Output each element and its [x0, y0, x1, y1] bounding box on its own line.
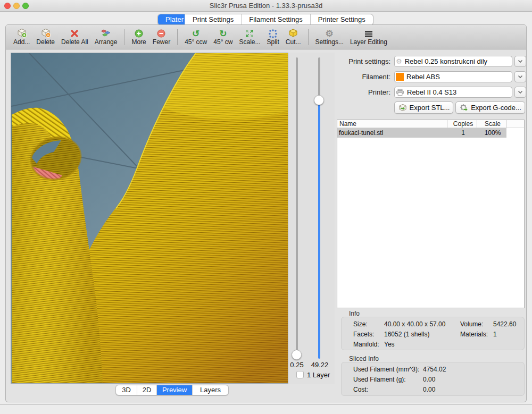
cost-label: Cost: — [353, 386, 368, 393]
settings-button[interactable]: ⚙ Settings... — [312, 26, 347, 49]
filament-dropdown-button[interactable] — [514, 71, 526, 82]
main-tabbar: Plater Print Settings Filament Settings … — [157, 14, 373, 26]
used-filament-mm3-value: 4754.02 — [423, 366, 446, 373]
gcode-preview-scene — [11, 53, 288, 383]
close-window-button[interactable] — [4, 3, 11, 9]
toolbar-separator — [177, 29, 178, 45]
delete-all-icon — [70, 28, 79, 38]
chevron-down-icon — [518, 90, 523, 94]
export-gcode-button[interactable]: Export G-code... — [455, 102, 525, 114]
one-layer-label: 1 Layer — [307, 371, 330, 379]
toolbar-separator — [308, 29, 309, 45]
materials-value: 1 — [493, 331, 497, 338]
cost-value: 0.00 — [423, 386, 435, 393]
settings-icon: ⚙ — [326, 28, 334, 38]
layer-slider-min-thumb[interactable] — [292, 350, 302, 360]
gear-icon: ⚙ — [396, 58, 402, 65]
export-stl-button[interactable]: Export STL... — [394, 102, 453, 114]
export-stl-label: Export STL... — [410, 104, 450, 112]
layer-editing-button[interactable]: Layer Editing — [347, 26, 390, 49]
cell-name: foukaci-tunel.stl — [337, 128, 447, 138]
export-stl-icon — [398, 104, 408, 112]
chevron-down-icon — [518, 60, 523, 63]
materials-label: Materials: — [460, 331, 488, 338]
more-copies-icon — [134, 28, 144, 38]
size-label: Size: — [353, 320, 368, 328]
printer-combo[interactable]: Rebel II 0.4 S13 — [394, 87, 512, 98]
delete-all-button[interactable]: Delete All — [58, 26, 92, 49]
filament-label: Filament: — [336, 71, 390, 82]
facets-label: Facets: — [353, 331, 374, 338]
layer-slider-zone — [289, 53, 335, 384]
rotate-ccw-button[interactable]: ↺ 45° ccw — [181, 26, 210, 49]
objects-table[interactable]: Name Copies Scale foukaci-tunel.stl 1 10… — [337, 120, 525, 308]
tab-plater[interactable]: Plater — [158, 14, 185, 25]
filament-color-swatch — [396, 73, 404, 81]
tab-filament-settings[interactable]: Filament Settings — [242, 14, 310, 25]
tab-print-settings[interactable]: Print Settings — [185, 14, 242, 25]
column-header-name[interactable]: Name — [337, 120, 447, 128]
rotate-ccw-icon: ↺ — [192, 28, 200, 38]
toolbar-separator — [124, 29, 124, 45]
view-preview-button[interactable]: Preview — [157, 385, 193, 395]
delete-button[interactable]: Delete — [33, 26, 58, 49]
layer-slider-max-track[interactable] — [318, 57, 320, 100]
fewer-copies-button[interactable]: Fewer — [149, 26, 173, 49]
view-layers-button[interactable]: Layers — [193, 385, 228, 395]
window-title: Slic3r Prusa Edition - 1.33.3-prusa3d — [0, 0, 532, 12]
add-button[interactable]: Add... — [10, 26, 33, 49]
sliced-info-group-box: Used Filament (mm^3): 4754.02 Used Filam… — [341, 362, 525, 396]
arrange-button[interactable]: Arrange — [92, 26, 121, 49]
print-settings-label: Print settings: — [336, 56, 390, 67]
cell-scale: 100% — [477, 128, 506, 138]
used-filament-g-value: 0.00 — [423, 376, 435, 383]
zoom-window-button[interactable] — [22, 3, 29, 9]
app-window: Slic3r Prusa Edition - 1.33.3-prusa3d Pl… — [0, 0, 532, 414]
column-header-scale[interactable]: Scale — [477, 120, 506, 128]
facets-value: 16052 (1 shells) — [384, 331, 429, 338]
plater-3d-preview[interactable] — [11, 53, 288, 384]
print-settings-dropdown-button[interactable] — [514, 56, 526, 67]
one-layer-checkbox[interactable] — [296, 371, 304, 378]
printer-dropdown-button[interactable] — [514, 87, 526, 98]
titlebar[interactable]: Slic3r Prusa Edition - 1.33.3-prusa3d — [0, 0, 532, 12]
size-value: 40.00 x 40.00 x 57.00 — [384, 320, 445, 328]
info-group-title: Info — [349, 310, 360, 317]
delete-object-icon — [40, 28, 51, 38]
column-header-copies[interactable]: Copies — [447, 120, 477, 128]
layer-editing-icon — [364, 28, 373, 38]
layer-slider-max-fill[interactable] — [318, 100, 320, 359]
view-mode-switcher: 3D 2D Preview Layers — [115, 385, 229, 395]
fewer-copies-icon — [156, 28, 166, 38]
sliced-info-group-title: Sliced Info — [349, 355, 379, 362]
print-settings-combo[interactable]: ⚙ Rebel 0.25 konstrukcni dily — [394, 56, 512, 67]
split-icon — [268, 28, 278, 38]
arrange-icon — [101, 28, 111, 38]
layer-slider-max-value: 49.22 — [306, 361, 333, 369]
scale-button[interactable]: Scale... — [236, 26, 263, 49]
layer-slider-min-track[interactable] — [296, 57, 298, 359]
layer-slider-max-thumb[interactable] — [314, 95, 324, 105]
manifold-value: Yes — [384, 341, 395, 348]
rotate-cw-button[interactable]: ↻ 45° cw — [210, 26, 236, 49]
tab-printer-settings[interactable]: Printer Settings — [311, 14, 373, 25]
printer-icon — [396, 88, 404, 96]
export-gcode-icon — [459, 104, 469, 112]
table-row-selected[interactable]: foukaci-tunel.stl 1 100% — [337, 128, 506, 138]
export-gcode-label: Export G-code... — [471, 104, 521, 112]
rotate-cw-icon: ↻ — [219, 28, 227, 38]
minimize-window-button[interactable] — [13, 3, 20, 9]
filament-combo[interactable]: Rebel ABS — [394, 71, 512, 82]
used-filament-mm3-label: Used Filament (mm^3): — [353, 366, 419, 373]
cut-button[interactable]: Cut... — [282, 26, 304, 49]
cell-copies: 1 — [447, 128, 477, 138]
objects-table-header: Name Copies Scale — [337, 120, 524, 128]
split-button[interactable]: Split — [263, 26, 282, 49]
bottom-divider — [0, 404, 532, 405]
view-2d-button[interactable]: 2D — [137, 385, 157, 395]
used-filament-g-label: Used Filament (g): — [353, 376, 406, 383]
more-copies-button[interactable]: More — [128, 26, 149, 49]
info-group-box: Size: 40.00 x 40.00 x 57.00 Volume: 5422… — [341, 317, 525, 350]
view-3d-button[interactable]: 3D — [116, 385, 137, 395]
plater-toolbar: Add... Delete Delete All — [6, 25, 526, 49]
